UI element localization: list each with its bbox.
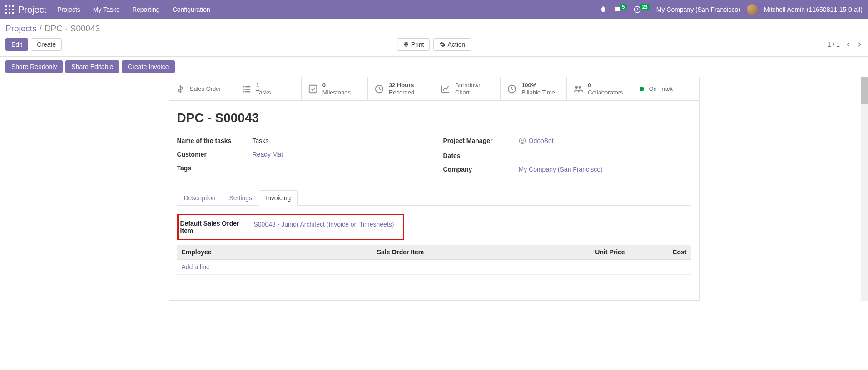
stat-burndown-label: Burndown Chart bbox=[455, 82, 494, 96]
svg-rect-10 bbox=[243, 86, 244, 87]
stat-tasks-value: 1 bbox=[256, 82, 271, 89]
share-readonly-button[interactable]: Share Readonly bbox=[5, 60, 63, 73]
stat-buttons: Sales Order 1 Tasks 0 Milestones bbox=[169, 77, 699, 101]
control-bar: Edit Create Print Action 1 / 1 bbox=[0, 35, 868, 57]
breadcrumb-sep: / bbox=[40, 24, 42, 33]
scrollbar[interactable] bbox=[861, 77, 868, 301]
add-line-link[interactable]: Add a line bbox=[177, 260, 372, 275]
nav-right: 5 23 My Company (San Francisco) Mitchell… bbox=[600, 4, 863, 15]
svg-rect-14 bbox=[243, 91, 244, 92]
customer-value[interactable]: Ready Mat bbox=[248, 151, 425, 158]
scrollbar-thumb[interactable] bbox=[861, 77, 868, 104]
svg-rect-1 bbox=[9, 5, 10, 7]
nav-projects[interactable]: Projects bbox=[57, 6, 80, 13]
status-dot-icon bbox=[640, 87, 644, 91]
company-selector[interactable]: My Company (San Francisco) bbox=[656, 6, 740, 13]
stat-burndown[interactable]: Burndown Chart bbox=[434, 77, 501, 100]
edit-button[interactable]: Edit bbox=[5, 38, 28, 51]
dollar-icon bbox=[175, 84, 185, 94]
create-invoice-button[interactable]: Create Invoice bbox=[122, 60, 174, 73]
stat-hours[interactable]: 32 Hours Recorded bbox=[368, 77, 434, 100]
breadcrumb-parent[interactable]: Projects bbox=[5, 24, 37, 33]
stat-billable[interactable]: 100% Billable Time bbox=[501, 77, 567, 100]
svg-rect-2 bbox=[12, 5, 14, 7]
company-value[interactable]: My Company (San Francisco) bbox=[514, 166, 691, 173]
name-tasks-label: Name of the tasks bbox=[177, 137, 248, 144]
form-body: DPC - S00043 Name of the tasks Tasks Cus… bbox=[169, 101, 699, 300]
name-tasks-value: Tasks bbox=[248, 137, 425, 144]
nav-links: Projects My Tasks Reporting Configuratio… bbox=[57, 6, 210, 13]
stat-collab-label: Collaborators bbox=[588, 89, 623, 96]
chat-icon[interactable]: 5 bbox=[613, 5, 627, 14]
th-soi: Sale Order Item bbox=[372, 245, 568, 260]
svg-rect-5 bbox=[12, 9, 14, 10]
clock-icon-2 bbox=[507, 84, 517, 94]
stat-ontrack[interactable]: On Track bbox=[633, 77, 699, 100]
breadcrumb-current: DPC - S00043 bbox=[45, 24, 100, 33]
svg-rect-12 bbox=[243, 89, 244, 90]
activity-badge: 23 bbox=[640, 4, 650, 10]
pm-value[interactable]: OdooBot bbox=[514, 137, 691, 146]
svg-rect-3 bbox=[5, 9, 7, 10]
pager-prev-icon[interactable] bbox=[845, 41, 852, 48]
empty-row bbox=[177, 275, 691, 290]
svg-point-21 bbox=[519, 138, 525, 144]
print-label: Print bbox=[411, 41, 424, 48]
tags-label: Tags bbox=[177, 164, 248, 172]
nav-configuration[interactable]: Configuration bbox=[173, 6, 210, 13]
breadcrumb: Projects / DPC - S00043 bbox=[0, 19, 868, 35]
tasks-icon bbox=[242, 84, 252, 94]
action-button[interactable]: Action bbox=[433, 38, 471, 51]
debug-icon[interactable] bbox=[600, 6, 607, 13]
nav-reporting[interactable]: Reporting bbox=[132, 6, 160, 13]
svg-rect-0 bbox=[5, 5, 7, 7]
svg-rect-8 bbox=[12, 12, 14, 14]
nav-my-tasks[interactable]: My Tasks bbox=[93, 6, 119, 13]
form-sheet: Sales Order 1 Tasks 0 Milestones bbox=[169, 77, 700, 301]
tab-settings[interactable]: Settings bbox=[223, 190, 259, 206]
stat-billable-label: Billable Time bbox=[521, 89, 555, 96]
page-title: DPC - S00043 bbox=[177, 111, 691, 125]
fields-col-left: Name of the tasks Tasks Customer Ready M… bbox=[177, 137, 425, 179]
activity-icon[interactable]: 23 bbox=[633, 5, 650, 14]
svg-rect-15 bbox=[245, 91, 250, 92]
stat-collaborators[interactable]: 0 Collaborators bbox=[567, 77, 633, 100]
user-avatar-icon bbox=[519, 137, 526, 144]
stat-hours-value: 32 Hours bbox=[389, 82, 414, 89]
svg-rect-7 bbox=[9, 12, 10, 14]
stat-tasks[interactable]: 1 Tasks bbox=[235, 77, 302, 100]
share-editable-button[interactable]: Share Editable bbox=[65, 60, 119, 73]
check-square-icon bbox=[308, 84, 318, 94]
pm-name: OdooBot bbox=[529, 137, 554, 144]
company-label: Company bbox=[443, 166, 514, 173]
user-menu[interactable]: Mitchell Admin (11650811-15-0-all) bbox=[764, 6, 863, 13]
app-brand[interactable]: Project bbox=[18, 5, 46, 15]
svg-rect-13 bbox=[245, 89, 250, 90]
chat-badge: 5 bbox=[620, 4, 627, 10]
pager-next-icon[interactable] bbox=[856, 41, 863, 48]
th-cost: Cost bbox=[630, 245, 691, 260]
apps-icon[interactable] bbox=[5, 5, 14, 14]
dates-value bbox=[514, 152, 691, 159]
default-soi-value[interactable]: S00043 - Junior Architect (Invoice on Ti… bbox=[249, 220, 399, 228]
print-button[interactable]: Print bbox=[397, 38, 430, 51]
tab-description[interactable]: Description bbox=[177, 190, 223, 206]
svg-rect-4 bbox=[9, 9, 10, 10]
stat-ontrack-label: On Track bbox=[649, 85, 673, 93]
tab-invoicing[interactable]: Invoicing bbox=[259, 190, 298, 206]
svg-rect-6 bbox=[5, 12, 7, 14]
stat-sales-order-label: Sales Order bbox=[190, 85, 221, 93]
stat-hours-label: Recorded bbox=[389, 89, 414, 96]
stat-milestones[interactable]: 0 Milestones bbox=[302, 77, 368, 100]
clock-icon bbox=[374, 84, 384, 94]
default-soi-highlight: Default Sales Order Item S00043 - Junior… bbox=[177, 214, 404, 240]
stat-milestones-label: Milestones bbox=[322, 89, 351, 96]
svg-point-23 bbox=[523, 140, 523, 140]
fields-grid: Name of the tasks Tasks Customer Ready M… bbox=[177, 137, 691, 179]
create-button[interactable]: Create bbox=[31, 38, 62, 51]
default-soi-label: Default Sales Order Item bbox=[179, 220, 249, 234]
share-row: Share Readonly Share Editable Create Inv… bbox=[0, 57, 868, 77]
avatar[interactable] bbox=[747, 4, 758, 15]
stat-sales-order[interactable]: Sales Order bbox=[169, 77, 235, 100]
stat-tasks-label: Tasks bbox=[256, 89, 271, 96]
